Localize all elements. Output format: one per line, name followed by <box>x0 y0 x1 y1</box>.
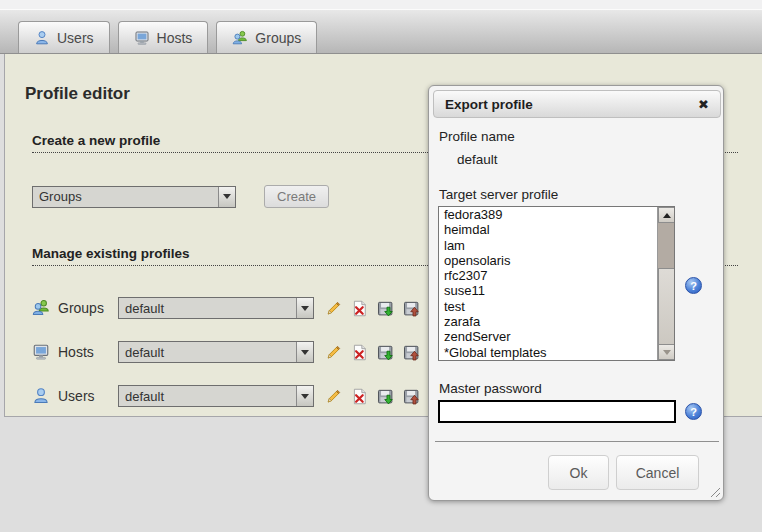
select-value: default <box>119 345 164 360</box>
export-profile-dialog: Export profile ✖ Profile name default Ta… <box>428 85 724 501</box>
tab-label: Hosts <box>157 30 193 46</box>
listbox-option[interactable]: heimdal <box>439 222 674 237</box>
host-icon <box>134 30 150 46</box>
export-icon[interactable] <box>403 300 420 317</box>
users-profile-select[interactable]: default <box>118 385 314 407</box>
dialog-divider <box>435 441 719 442</box>
create-button[interactable]: Create <box>264 185 329 208</box>
groups-profile-select[interactable]: default <box>118 297 314 319</box>
profile-type-select-value: Groups <box>33 189 82 204</box>
listbox-option[interactable]: test <box>439 299 674 314</box>
scroll-up-icon[interactable] <box>658 207 675 223</box>
profile-name-label: Profile name <box>439 129 515 144</box>
import-icon[interactable] <box>377 344 394 361</box>
row-actions <box>325 344 420 361</box>
listbox-option[interactable]: rfc2307 <box>439 268 674 283</box>
chevron-down-icon[interactable] <box>218 187 235 207</box>
delete-icon[interactable] <box>351 344 368 361</box>
hosts-profile-select[interactable]: default <box>118 341 314 363</box>
row-actions <box>325 300 420 317</box>
chevron-down-icon[interactable] <box>296 342 313 362</box>
edit-icon[interactable] <box>325 344 342 361</box>
row-label: Users <box>58 388 118 404</box>
chevron-down-icon[interactable] <box>296 298 313 318</box>
group-icon <box>232 30 248 46</box>
tab-bar: Users Hosts Grou <box>0 9 762 54</box>
listbox-option[interactable]: zendServer <box>439 329 674 344</box>
edit-icon[interactable] <box>325 300 342 317</box>
user-icon <box>32 387 52 405</box>
select-value: default <box>119 301 164 316</box>
close-icon[interactable]: ✖ <box>698 98 709 111</box>
listbox-scrollbar[interactable] <box>657 207 674 360</box>
delete-icon[interactable] <box>351 388 368 405</box>
row-actions <box>325 388 420 405</box>
listbox-option[interactable]: *Global templates <box>439 345 674 360</box>
row-label: Hosts <box>58 344 118 360</box>
listbox-option[interactable]: fedora389 <box>439 207 674 222</box>
resize-handle-icon[interactable] <box>707 484 720 497</box>
tab-label: Users <box>57 30 94 46</box>
listbox-option[interactable]: zarafa <box>439 314 674 329</box>
master-password-label: Master password <box>439 381 542 396</box>
group-icon <box>32 299 52 317</box>
listbox-option[interactable]: opensolaris <box>439 253 674 268</box>
dialog-titlebar[interactable]: Export profile ✖ <box>433 90 721 118</box>
listbox-option[interactable]: suse11 <box>439 283 674 298</box>
profile-editor-screen: Users Hosts Grou <box>0 0 762 532</box>
tab-groups[interactable]: Groups <box>216 21 317 53</box>
cancel-button[interactable]: Cancel <box>616 455 699 490</box>
scrollbar-thumb[interactable] <box>658 268 675 346</box>
user-icon <box>34 30 50 46</box>
row-label: Groups <box>58 300 118 316</box>
tab-users[interactable]: Users <box>18 21 110 53</box>
help-icon[interactable]: ? <box>685 403 702 420</box>
profile-name-value: default <box>457 152 498 167</box>
delete-icon[interactable] <box>351 300 368 317</box>
target-server-label: Target server profile <box>439 187 558 202</box>
listbox-option[interactable]: lam <box>439 238 674 253</box>
dialog-title: Export profile <box>445 97 533 112</box>
top-strip <box>0 0 762 9</box>
ok-button[interactable]: Ok <box>548 455 609 490</box>
import-icon[interactable] <box>377 388 394 405</box>
master-password-input[interactable] <box>438 400 676 423</box>
select-value: default <box>119 389 164 404</box>
target-server-listbox[interactable]: fedora389 heimdal lam opensolaris rfc230… <box>438 206 675 361</box>
host-icon <box>32 343 52 361</box>
export-icon[interactable] <box>403 344 420 361</box>
tab-label: Groups <box>255 30 301 46</box>
edit-icon[interactable] <box>325 388 342 405</box>
chevron-down-icon[interactable] <box>296 386 313 406</box>
scroll-down-icon[interactable] <box>658 344 675 360</box>
help-icon[interactable]: ? <box>685 277 702 294</box>
export-icon[interactable] <box>403 388 420 405</box>
profile-type-select[interactable]: Groups <box>32 186 236 208</box>
import-icon[interactable] <box>377 300 394 317</box>
tab-hosts[interactable]: Hosts <box>118 21 209 53</box>
